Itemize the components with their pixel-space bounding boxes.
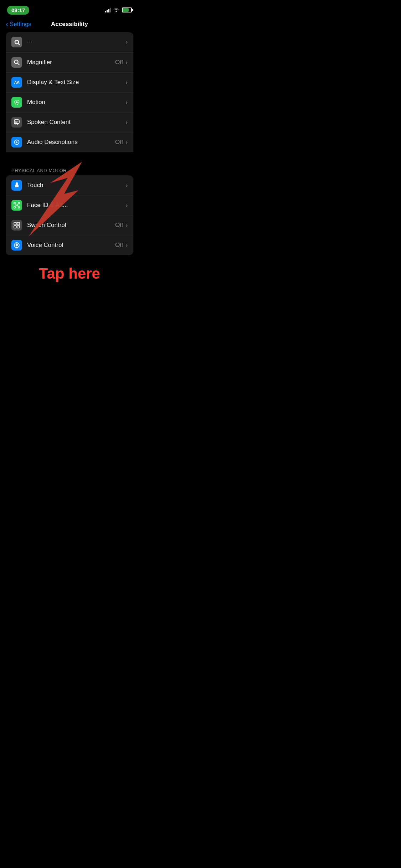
audio-descriptions-icon (11, 137, 22, 148)
status-icons (105, 7, 132, 13)
audio-descriptions-chevron-icon: › (126, 139, 128, 145)
status-time: 09:17 (7, 6, 29, 15)
svg-rect-12 (14, 207, 15, 208)
display-text-size-label: Display & Text Size (27, 79, 126, 86)
switch-control-icon (11, 220, 22, 231)
switch-control-chevron-icon: › (126, 222, 128, 228)
magnifier-icon (11, 57, 22, 68)
status-bar: 09:17 (0, 0, 139, 18)
audio-descriptions-label: Audio Descriptions (27, 139, 115, 146)
partial-label: ··· (27, 38, 126, 46)
nav-header: ‹ Settings Accessibility (0, 18, 139, 32)
motion-icon (11, 97, 22, 108)
magnifier-value: Off (115, 59, 123, 66)
touch-label: Touch (27, 182, 126, 189)
partial-chevron-icon: › (126, 39, 128, 45)
switch-control-label: Switch Control (27, 222, 115, 229)
magnifier-chevron-icon: › (126, 60, 128, 65)
display-text-size-icon: AA (11, 77, 22, 88)
switch-control-value: Off (115, 222, 123, 229)
list-item-face-id[interactable]: Face ID & Att... › (6, 195, 133, 215)
back-label: Settings (10, 21, 31, 28)
list-item-partial-top[interactable]: ··· › (6, 32, 133, 52)
svg-line-3 (18, 63, 20, 65)
partial-icon (11, 37, 22, 47)
list-item-display-text-size[interactable]: AA Display & Text Size › (6, 72, 133, 92)
motion-label: Motion (27, 99, 126, 106)
svg-rect-16 (14, 222, 16, 225)
list-item-touch[interactable]: Touch › (6, 175, 133, 195)
spoken-content-icon (11, 117, 22, 128)
svg-point-14 (15, 204, 16, 205)
svg-rect-6 (14, 120, 19, 124)
physical-section-header: PHYSICAL AND MOTOR (0, 165, 139, 175)
magnifier-label: Magnifier (27, 59, 115, 66)
tap-here-section: Tap here (0, 258, 139, 282)
tap-here-text: Tap here (39, 265, 100, 282)
face-id-label: Face ID & Att... (27, 202, 126, 209)
section-separator (0, 152, 139, 165)
svg-rect-11 (18, 202, 20, 204)
voice-control-value: Off (115, 242, 123, 249)
audio-descriptions-value: Off (115, 139, 123, 146)
back-button[interactable]: ‹ Settings (6, 20, 31, 28)
svg-rect-10 (14, 202, 15, 204)
touch-chevron-icon: › (126, 182, 128, 188)
wifi-icon (113, 7, 119, 13)
svg-line-1 (18, 43, 20, 45)
touch-icon (11, 180, 22, 191)
svg-rect-19 (17, 226, 20, 228)
signal-icon (105, 7, 111, 12)
voice-control-icon (11, 240, 22, 250)
battery-icon (122, 7, 132, 12)
svg-rect-17 (17, 222, 20, 225)
list-item-magnifier[interactable]: Magnifier Off › (6, 52, 133, 72)
voice-control-chevron-icon: › (126, 242, 128, 248)
physical-section: Touch › Face ID & Att... › (6, 175, 133, 255)
list-item-spoken-content[interactable]: Spoken Content › (6, 112, 133, 132)
face-id-icon (11, 200, 22, 211)
list-item-audio-descriptions[interactable]: Audio Descriptions Off › (6, 132, 133, 152)
svg-rect-18 (14, 226, 16, 228)
svg-point-5 (16, 101, 18, 103)
motion-chevron-icon: › (126, 99, 128, 105)
back-chevron-icon: ‹ (6, 20, 8, 28)
spoken-content-chevron-icon: › (126, 119, 128, 125)
voice-control-label: Voice Control (27, 242, 115, 249)
annotation-container: Tap here (0, 258, 139, 282)
svg-rect-13 (18, 207, 20, 208)
list-item-switch-control[interactable]: Switch Control Off › (6, 215, 133, 235)
list-item-voice-control[interactable]: Voice Control Off › (6, 235, 133, 255)
face-id-chevron-icon: › (126, 202, 128, 208)
list-item-motion[interactable]: Motion › (6, 92, 133, 112)
display-text-size-chevron-icon: › (126, 79, 128, 85)
spoken-content-label: Spoken Content (27, 119, 126, 126)
content-wrapper: ··· › Magnifier Off › AA Display & Text … (0, 32, 139, 296)
svg-point-15 (17, 204, 18, 205)
page-title: Accessibility (51, 21, 88, 28)
